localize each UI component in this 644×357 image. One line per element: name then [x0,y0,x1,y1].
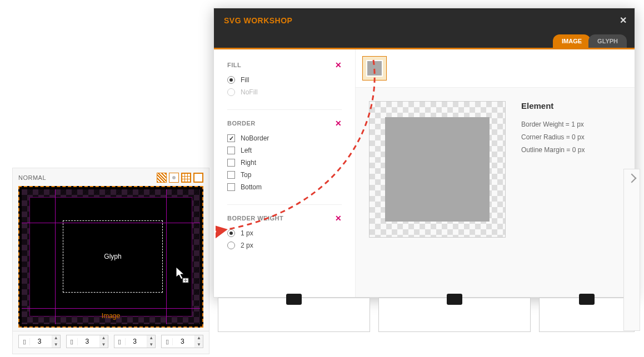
card-handle-icon[interactable] [579,294,595,305]
section-fill-close-icon[interactable]: ✕ [335,61,342,69]
preview-info-row: Element Border Weight = 1 px Corner Radi… [356,88,635,297]
margin-top-stepper[interactable]: ▯ ▲▼ [114,335,156,348]
section-border-weight-close-icon[interactable]: ✕ [335,214,342,223]
check-bottom-input[interactable] [227,183,235,191]
card-handle-icon[interactable] [447,294,462,305]
margin-right-stepper[interactable]: ▯ ▲▼ [66,335,108,348]
check-noborder-input[interactable] [227,134,235,142]
swatch-row [356,49,635,88]
margin-left-stepper[interactable]: ▯ ▲▼ [18,335,61,348]
stepper-down[interactable]: ▼ [52,341,60,348]
under-card-3[interactable] [539,298,635,332]
editor-header: NORMAL [13,168,209,186]
check-top-input[interactable] [227,171,235,179]
section-border-close-icon[interactable]: ✕ [335,119,342,128]
stepper-down[interactable]: ▼ [100,341,108,348]
tab-image[interactable]: IMAGE [553,34,591,48]
stepper-up[interactable]: ▲ [195,335,203,341]
check-right-input[interactable] [227,159,235,167]
pattern-grid-button[interactable] [181,173,191,183]
side-nav-next[interactable] [623,169,640,331]
glyph-label: Glyph [104,253,121,260]
element-info: Element Border Weight = 1 px Corner Radi… [521,101,621,284]
check-left-label: Left [241,147,252,154]
radio-1px-label: 1 px [241,229,253,237]
pattern-toolbar [157,173,203,183]
radio-2px[interactable]: 2 px [227,242,342,249]
radio-2px-input[interactable] [227,242,235,249]
pattern-outline-button[interactable] [193,173,203,183]
section-border: BORDER ✕ NoBorder Left Right Top [227,119,342,205]
under-card-2[interactable] [378,298,531,332]
margin-right-input[interactable] [78,338,97,345]
info-outline-margin: Outline Margin = 0 px [521,144,621,157]
section-fill-title: FILL [227,62,241,68]
section-border-weight-title: BORDER WEIGHT [227,215,283,222]
check-top[interactable]: Top [227,171,342,179]
modal-titlebar: SVG WORKSHOP ✕ [214,8,635,33]
section-fill: FILL ✕ Fill NoFill [227,61,342,110]
modal-tab-strip: IMAGE GLYPH [214,33,635,49]
under-card-1[interactable] [218,298,370,332]
margin-left-input[interactable] [30,338,49,345]
check-left-input[interactable] [227,147,235,154]
canvas[interactable]: Glyph Image [18,186,203,328]
check-noborder-label: NoBorder [241,134,269,142]
radio-nofill-input [227,88,235,96]
stepper-up[interactable]: ▲ [100,335,108,341]
close-icon[interactable]: ✕ [620,15,627,26]
check-right-label: Right [241,159,256,167]
options-sidebar: FILL ✕ Fill NoFill BORDER ✕ [214,49,356,297]
radio-nofill-label: NoFill [241,88,258,96]
margin-bottom-input[interactable] [173,338,192,345]
color-swatch[interactable] [362,56,387,81]
check-top-label: Top [241,171,251,179]
radio-1px-input[interactable] [227,229,235,237]
margin-bottom-icon: ▯ [162,338,173,345]
radio-1px[interactable]: 1 px [227,229,342,237]
margin-top-icon: ▯ [114,338,126,345]
section-border-title: BORDER [227,120,256,127]
radio-2px-label: 2 px [241,242,253,249]
editor-panel: NORMAL Glyph Image ▯ ▲▼ [12,168,209,354]
element-info-title: Element [521,101,621,110]
check-left[interactable]: Left [227,147,342,154]
pattern-dot-button[interactable] [169,173,179,183]
modal-main: Element Border Weight = 1 px Corner Radi… [356,49,635,297]
svg-workshop-modal: SVG WORKSHOP ✕ IMAGE GLYPH FILL ✕ Fill [213,8,635,298]
section-border-weight: BORDER WEIGHT ✕ 1 px 2 px [227,214,342,263]
radio-fill-input[interactable] [227,76,235,84]
element-preview [369,101,506,238]
glyph-region[interactable]: Glyph [63,220,163,293]
check-noborder[interactable]: NoBorder [227,134,342,142]
radio-fill[interactable]: Fill [227,76,342,84]
stepper-up[interactable]: ▲ [52,335,60,341]
tab-glyph[interactable]: GLYPH [588,34,627,48]
image-label: Image [102,312,120,320]
radio-nofill: NoFill [227,88,342,96]
info-border-weight: Border Weight = 1 px [521,118,621,131]
pattern-hatch-button[interactable] [157,173,167,183]
radio-fill-label: Fill [241,76,249,84]
modal-title: SVG WORKSHOP [224,16,292,25]
check-bottom-label: Bottom [241,183,262,191]
margin-top-input[interactable] [126,338,144,345]
margin-left-icon: ▯ [19,338,30,345]
info-corner-radius: Corner Radius = 0 px [521,131,621,144]
editor-footer: ▯ ▲▼ ▯ ▲▼ ▯ ▲▼ ▯ ▲▼ [13,331,209,354]
check-bottom[interactable]: Bottom [227,183,342,191]
card-handle-icon[interactable] [286,294,302,305]
preview-state-label: NORMAL [18,174,46,181]
stepper-down[interactable]: ▼ [147,341,155,348]
stepper-up[interactable]: ▲ [147,335,155,341]
margin-right-icon: ▯ [67,338,78,345]
check-right[interactable]: Right [227,159,342,167]
stepper-down[interactable]: ▼ [195,341,203,348]
margin-bottom-stepper[interactable]: ▯ ▲▼ [161,335,203,348]
